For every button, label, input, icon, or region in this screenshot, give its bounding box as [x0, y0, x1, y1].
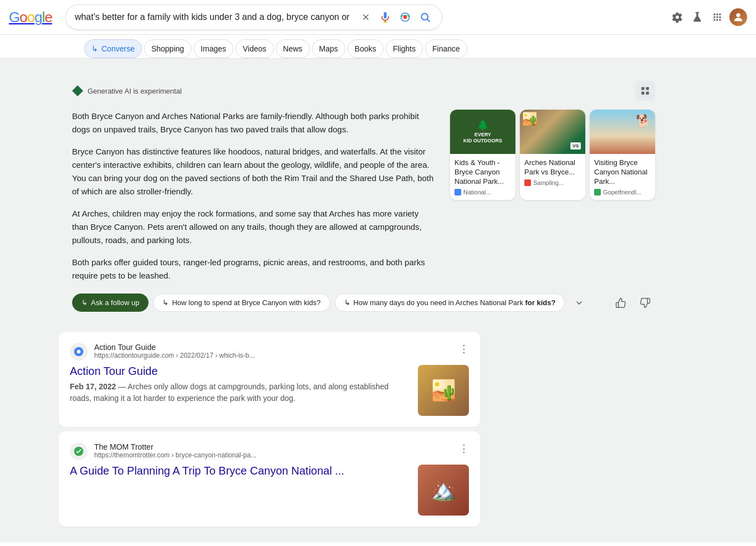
- result-action-tour-guide: Action Tour Guide https://actiontourguid…: [59, 332, 480, 427]
- ai-paragraph-4: Both parks offer guided tours, ranger-le…: [72, 256, 437, 282]
- logo-g2: g: [34, 9, 42, 26]
- result-2-text: A Guide To Planning A Trip To Bryce Cany…: [70, 465, 409, 516]
- converse-icon: ↳: [91, 44, 98, 53]
- result-1-content: Action Tour Guide Feb 17, 2022 — Arches …: [70, 365, 469, 416]
- logo-o2: o: [27, 9, 34, 26]
- result-2-site-name: The MOM Trotter: [94, 442, 452, 451]
- image-card-arches[interactable]: VS 🏜️ Arches National Park vs Bryce... S…: [520, 110, 585, 200]
- header: G o o g l e: [0, 0, 756, 59]
- svg-rect-12: [646, 92, 649, 95]
- image-card-kid-outdoors[interactable]: 🌲 EVERY KID OUTDOORS Kids & Youth - Bryc…: [450, 110, 515, 200]
- image-cards-row: 🌲 EVERY KID OUTDOORS Kids & Youth - Bryc…: [450, 110, 655, 200]
- logo-g: G: [9, 9, 19, 26]
- image-card-2-title: Arches National Park vs Bryce...: [524, 158, 581, 177]
- settings-button[interactable]: [670, 9, 685, 25]
- bryce-time-button[interactable]: ↳ How long to spend at Bryce Canyon with…: [153, 293, 330, 312]
- result-1-thumbnail: 🏜️: [418, 365, 469, 416]
- result-1-more-button[interactable]: ⋮: [459, 343, 469, 355]
- ai-paragraph-1: Both Bryce Canyon and Arches National Pa…: [72, 110, 437, 136]
- arches-days-button[interactable]: ↳ How many days do you need in Arches Na…: [335, 293, 565, 312]
- tab-finance[interactable]: Finance: [425, 39, 467, 58]
- svg-rect-11: [641, 92, 644, 95]
- user-avatar[interactable]: [729, 8, 747, 26]
- layout-toggle-button[interactable]: [635, 81, 655, 101]
- tab-videos[interactable]: Videos: [236, 39, 274, 58]
- result-2-more-button[interactable]: ⋮: [459, 442, 469, 455]
- ai-paragraph-3: At Arches, children may enjoy the rock f…: [72, 207, 437, 247]
- clear-button[interactable]: [359, 10, 373, 24]
- image-card-3-title: Visiting Bryce Canyon National Park...: [594, 158, 651, 187]
- svg-point-6: [421, 13, 428, 20]
- main-content: Generative AI is experimental Both Bryce…: [0, 59, 756, 542]
- labs-button[interactable]: [689, 9, 705, 25]
- thumbs-down-button[interactable]: [635, 294, 655, 312]
- ai-answer-box: Generative AI is experimental Both Bryce…: [59, 70, 668, 323]
- result-2-title[interactable]: A Guide To Planning A Trip To Bryce Cany…: [70, 465, 409, 477]
- ai-label: Generative AI is experimental: [72, 85, 182, 96]
- followup-icon-2: ↳: [162, 298, 168, 307]
- svg-rect-9: [641, 87, 644, 90]
- header-right: [670, 8, 747, 26]
- image-card-1-source: National...: [454, 189, 511, 195]
- tab-flights[interactable]: Flights: [386, 39, 423, 58]
- lens-button[interactable]: [397, 9, 413, 25]
- result-2-favicon: [70, 442, 88, 460]
- ai-body: Both Bryce Canyon and Arches National Pa…: [72, 110, 655, 282]
- result-1-favicon: [70, 343, 88, 360]
- result-2-header: The MOM Trotter https://themomtrotter.co…: [70, 442, 469, 460]
- search-results: Action Tour Guide https://actiontourguid…: [59, 332, 697, 527]
- result-1-meta: Action Tour Guide https://actiontourguid…: [94, 343, 452, 359]
- result-1-text: Action Tour Guide Feb 17, 2022 — Arches …: [70, 365, 409, 416]
- search-button[interactable]: [417, 9, 433, 25]
- google-logo[interactable]: G o o g l e: [9, 9, 57, 26]
- result-mom-trotter: The MOM Trotter https://themomtrotter.co…: [59, 431, 480, 527]
- tab-maps[interactable]: Maps: [312, 39, 345, 58]
- more-followups-button[interactable]: [569, 293, 589, 312]
- image-card-bryce[interactable]: 🐕 Visiting Bryce Canyon National Park...…: [590, 110, 655, 200]
- tab-shopping[interactable]: Shopping: [144, 39, 191, 58]
- tab-images[interactable]: Images: [193, 39, 233, 58]
- result-2-content: A Guide To Planning A Trip To Bryce Cany…: [70, 465, 469, 516]
- ask-followup-button[interactable]: ↳ Ask a follow up: [72, 293, 149, 312]
- followup-icon-1: ↳: [81, 298, 88, 307]
- result-2-meta: The MOM Trotter https://themomtrotter.co…: [94, 442, 452, 459]
- logo-e: e: [44, 9, 52, 26]
- svg-point-14: [77, 350, 81, 354]
- result-1-site-name: Action Tour Guide: [94, 343, 452, 352]
- followup-icon-3: ↳: [344, 298, 350, 307]
- search-input[interactable]: [75, 12, 354, 22]
- search-bar: [65, 4, 442, 30]
- tab-news[interactable]: News: [276, 39, 310, 58]
- ai-icon: [72, 85, 83, 96]
- tab-books[interactable]: Books: [348, 39, 384, 58]
- image-card-2-source: Sampling...: [524, 179, 581, 186]
- result-1-snippet: Feb 17, 2022 — Arches only allow dogs at…: [70, 381, 409, 404]
- svg-point-5: [403, 16, 407, 19]
- result-1-url: https://actiontourguide.com › 2022/02/17…: [94, 352, 452, 359]
- ai-paragraph-2: Bryce Canyon has distinctive features li…: [72, 145, 437, 198]
- tab-converse[interactable]: ↳ Converse: [84, 39, 142, 58]
- voice-search-button[interactable]: [377, 9, 393, 25]
- ai-image-cards: 🌲 EVERY KID OUTDOORS Kids & Youth - Bryc…: [450, 110, 655, 282]
- result-1-title[interactable]: Action Tour Guide: [70, 365, 409, 378]
- result-1-header: Action Tour Guide https://actiontourguid…: [70, 343, 469, 360]
- result-2-thumbnail: 🏔️: [418, 465, 469, 516]
- svg-line-7: [427, 19, 430, 22]
- logo-o1: o: [19, 9, 27, 26]
- result-2-url: https://themomtrotter.com › bryce-canyon…: [94, 451, 452, 459]
- image-card-1-title: Kids & Youth - Bryce Canyon National Par…: [454, 158, 511, 187]
- svg-rect-10: [646, 87, 649, 90]
- ai-header: Generative AI is experimental: [72, 81, 655, 101]
- search-icons: [359, 9, 433, 25]
- ai-text: Both Bryce Canyon and Arches National Pa…: [72, 110, 437, 282]
- apps-button[interactable]: [709, 9, 725, 25]
- followup-bar: ↳ Ask a follow up ↳ How long to spend at…: [72, 293, 655, 312]
- image-card-3-source: Gopetfriendl...: [594, 189, 651, 195]
- thumbs-up-button[interactable]: [611, 294, 631, 312]
- svg-point-8: [736, 13, 740, 17]
- nav-tabs: ↳ Converse Shopping Images Videos News M…: [0, 35, 756, 59]
